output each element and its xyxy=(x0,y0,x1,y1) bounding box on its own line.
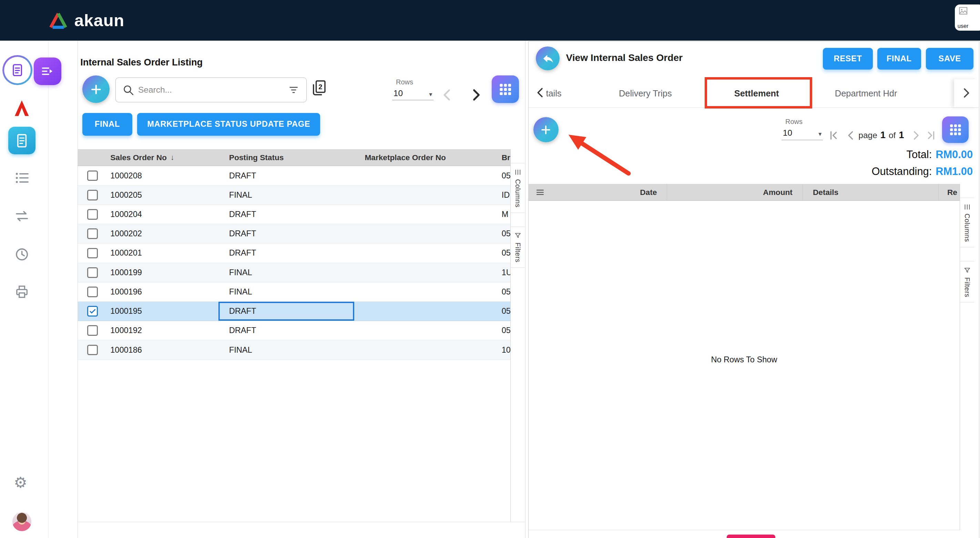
filters-tab[interactable]: Filters xyxy=(960,261,974,302)
settings-gear-icon[interactable]: ⚙ xyxy=(14,475,27,491)
navbar-user-label: user xyxy=(958,23,969,29)
table-row[interactable]: 1000204 DRAFT M xyxy=(78,205,510,224)
table-row[interactable]: 1000205 FINAL ID xyxy=(78,186,510,205)
columns-tab[interactable]: Columns xyxy=(511,163,525,213)
table-header-row: Sales Order No ↓ Posting Status Marketpl… xyxy=(78,149,510,166)
col-header-marketplace-order-no[interactable]: Marketplace Order No xyxy=(354,153,493,162)
filters-tab[interactable]: Filters xyxy=(511,227,525,268)
cell-branch: 05 xyxy=(493,282,510,302)
row-checkbox[interactable] xyxy=(87,345,98,355)
header-menu-icon[interactable] xyxy=(535,187,546,198)
col-header-date[interactable]: Date xyxy=(528,184,667,200)
col-header-sales-order-no[interactable]: Sales Order No ↓ xyxy=(100,153,218,162)
navbar-user-avatar[interactable]: user xyxy=(955,5,980,31)
sidebar-user-avatar[interactable] xyxy=(13,512,31,531)
col-header-receipt[interactable]: Re xyxy=(939,184,960,200)
page-word: page xyxy=(858,130,877,140)
expand-sidebar-button[interactable] xyxy=(34,57,61,85)
table-row[interactable]: 1000199 FINAL 1U xyxy=(78,263,510,282)
grid-icon xyxy=(948,122,963,137)
table-row[interactable]: 1000208 DRAFT 05 xyxy=(78,166,510,185)
table-row[interactable]: 1000196 FINAL 05 xyxy=(78,282,510,302)
tab-settlement[interactable]: Settlement xyxy=(710,79,803,108)
pages-icon[interactable]: 2 xyxy=(310,79,328,97)
add-settlement-button[interactable] xyxy=(533,117,558,142)
table-row[interactable]: 1000202 DRAFT 05 xyxy=(78,224,510,243)
tab-department-hdr[interactable]: Department Hdr xyxy=(811,79,921,108)
sales-module-icon[interactable] xyxy=(8,127,36,154)
col-header-posting-status[interactable]: Posting Status xyxy=(218,153,354,162)
row-checkbox[interactable] xyxy=(87,267,98,278)
add-sales-order-button[interactable] xyxy=(82,75,110,103)
back-reply-icon xyxy=(541,52,555,65)
col-header-details[interactable]: Details xyxy=(803,184,939,200)
of-word: of xyxy=(889,130,896,140)
save-button[interactable]: SAVE xyxy=(926,48,974,70)
row-checkbox[interactable] xyxy=(87,287,98,297)
detail-tabs: tails Delivery Trips Settlement Departme… xyxy=(528,79,978,108)
row-checkbox[interactable] xyxy=(87,325,98,336)
rows-label: Rows xyxy=(785,118,823,126)
top-navbar: akaun user xyxy=(0,0,980,41)
row-checkbox[interactable] xyxy=(87,229,98,239)
brand-logo[interactable]: akaun xyxy=(48,0,124,41)
table-row[interactable]: 1000201 DRAFT 05 xyxy=(78,243,510,263)
grid-view-button[interactable] xyxy=(492,75,519,103)
rows-per-page-select[interactable]: 10 ▾ xyxy=(392,87,433,100)
row-checkbox[interactable] xyxy=(87,170,98,181)
invoice-document-icon xyxy=(14,133,30,149)
grid-view-button[interactable] xyxy=(942,116,968,143)
prev-page-button[interactable] xyxy=(845,129,857,141)
chevron-left-icon xyxy=(439,87,455,103)
bottom-action-button[interactable] xyxy=(727,535,775,538)
final-button[interactable]: FINAL xyxy=(82,113,133,135)
prev-page-button[interactable] xyxy=(439,87,455,103)
table-body: 1000208 DRAFT 05 1000205 FINAL ID 100020… xyxy=(78,166,525,360)
tab-delivery-trips[interactable]: Delivery Trips xyxy=(598,79,692,108)
menu-expand-icon xyxy=(40,64,55,79)
first-page-button[interactable] xyxy=(827,129,840,141)
outstanding-label: Outstanding: xyxy=(872,165,932,178)
row-checkbox[interactable] xyxy=(87,248,98,259)
table-row[interactable]: 1000192 DRAFT 05 xyxy=(78,321,510,340)
marketplace-status-update-button[interactable]: MARKETPLACE STATUS UPDATE PAGE xyxy=(137,113,320,135)
rows-per-page-select[interactable]: 10 ▾ xyxy=(781,127,823,140)
row-checkbox[interactable] xyxy=(87,209,98,220)
sort-desc-icon: ↓ xyxy=(170,153,174,162)
tab-details[interactable]: tails xyxy=(546,79,561,108)
back-button[interactable] xyxy=(536,46,560,70)
search-input[interactable] xyxy=(138,85,283,95)
final-button-detail[interactable]: FINAL xyxy=(877,48,921,70)
pdf-icon[interactable] xyxy=(13,99,31,117)
sales-order-table: Sales Order No ↓ Posting Status Marketpl… xyxy=(78,149,525,522)
row-checkbox-checked[interactable] xyxy=(87,306,98,317)
tabs-scroll-right-button[interactable] xyxy=(954,79,978,108)
columns-tab[interactable]: Columns xyxy=(960,198,974,247)
tabs-scroll-left-button[interactable] xyxy=(533,86,547,100)
cell-branch: 1U xyxy=(493,263,510,282)
app-document-icon xyxy=(9,62,25,78)
transfer-icon[interactable] xyxy=(14,208,30,224)
next-page-button[interactable] xyxy=(468,87,484,103)
reset-button[interactable]: RESET xyxy=(823,48,873,70)
col-header-amount[interactable]: Amount xyxy=(667,184,803,200)
history-icon[interactable] xyxy=(14,246,30,262)
cell-branch: 05 xyxy=(493,166,510,185)
rows-per-page-control: Rows 10 ▾ xyxy=(781,118,823,140)
row-checkbox[interactable] xyxy=(87,190,98,200)
next-page-button[interactable] xyxy=(910,129,922,141)
printer-icon[interactable] xyxy=(14,284,30,300)
filter-menu-icon[interactable] xyxy=(287,84,300,96)
table-row[interactable]: 1000186 FINAL 10 xyxy=(78,340,510,360)
cell-marketplace-order-no xyxy=(354,166,493,185)
list-icon[interactable] xyxy=(14,170,30,186)
cell-branch: ID xyxy=(493,186,510,205)
app-icon[interactable] xyxy=(2,55,32,85)
table-row-selected[interactable]: 1000195 DRAFT 05 xyxy=(78,302,510,321)
last-page-button[interactable] xyxy=(925,129,937,141)
col-header-branch[interactable]: Br xyxy=(493,153,510,162)
total-value: RM0.00 xyxy=(935,148,973,160)
cell-branch: 10 xyxy=(493,340,510,359)
caret-down-icon: ▾ xyxy=(818,130,821,138)
sidebar: ⚙ xyxy=(0,41,49,538)
